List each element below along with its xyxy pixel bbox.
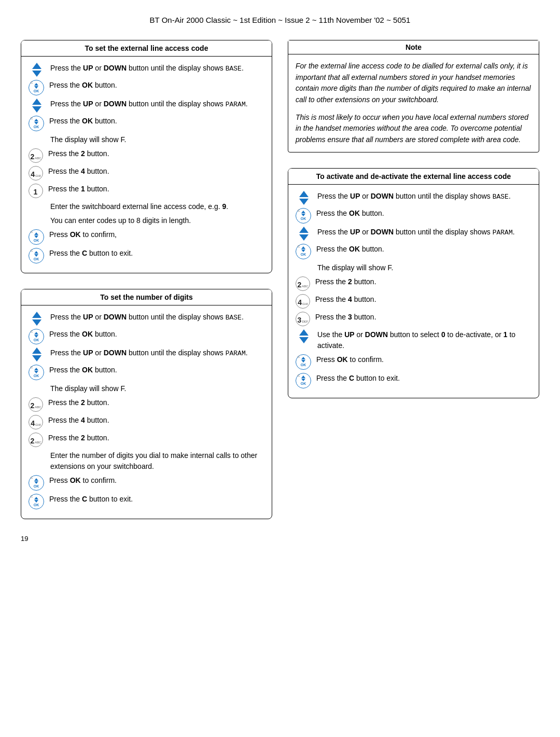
- note-paragraph: This is most likely to occur when you ha…: [296, 112, 531, 146]
- number-button-icon: 2ABC: [29, 433, 43, 447]
- number-button-icon: 4GHI: [29, 166, 43, 180]
- step-row: C OK Press the OK button.: [296, 208, 531, 224]
- number-button-icon: 3DEF: [296, 312, 310, 326]
- step-text: Press the OK button.: [49, 329, 264, 340]
- number-of-digits-box: To set the number of digits Press the UP…: [21, 289, 272, 519]
- note-box: Note For the external line access code t…: [288, 40, 539, 152]
- step-row: Use the UP or DOWN button to select 0 to…: [296, 329, 531, 351]
- step-text: Press the C button to exit.: [316, 373, 531, 384]
- page-header: BT On-Air 2000 Classic ~ 1st Edition ~ I…: [21, 10, 539, 24]
- ok-button-icon: C OK: [29, 116, 44, 131]
- updown-icon: [29, 312, 45, 326]
- step-text: Enter the switchboard external line acce…: [50, 201, 264, 212]
- step-text: Press the 2 button.: [48, 397, 264, 408]
- ok-button-icon: C OK: [296, 373, 311, 388]
- step-row: Press the UP or DOWN button until the di…: [29, 347, 264, 361]
- activate-deactivate-box: To activate and de-activate the external…: [288, 168, 539, 398]
- step-text: You can enter codes up to 8 digits in le…: [50, 215, 264, 226]
- updown-icon: [296, 329, 312, 343]
- step-row: 1Press the 1 button.: [29, 184, 264, 198]
- step-text: Press the C button to exit.: [49, 494, 264, 505]
- step-row: Press the UP or DOWN button until the di…: [29, 99, 264, 113]
- step-row: C OK Press the OK button.: [29, 329, 264, 344]
- step-text: Press the 4 button.: [48, 166, 264, 177]
- step-row: C OK Press the C button to exit.: [296, 373, 531, 388]
- step-text: Press the 2 button.: [48, 148, 264, 159]
- page-footer: 19: [21, 535, 539, 543]
- step-text: Press the OK button.: [49, 365, 264, 376]
- step-row: 2ABCPress the 2 button.: [29, 433, 264, 447]
- step-row: C OK Press the OK button.: [29, 80, 264, 95]
- step-text: Press the OK button.: [316, 208, 531, 219]
- step-row: C OK Press the C button to exit.: [29, 248, 264, 263]
- number-button-icon: 2ABC: [29, 148, 43, 163]
- step-text: Press the C button to exit.: [49, 248, 264, 259]
- step-row: 2ABCPress the 2 button.: [29, 148, 264, 163]
- step-text: Enter the number of digits you dial to m…: [50, 450, 264, 472]
- step-row: Press the UP or DOWN button until the di…: [296, 227, 531, 241]
- ok-button-icon: C OK: [29, 494, 44, 509]
- step-row: C OK Press OK to confirm.: [296, 354, 531, 370]
- step-text: Press OK to confirm.: [316, 354, 531, 365]
- step-text: Press the OK button.: [316, 244, 531, 255]
- number-button-icon: 1: [29, 184, 43, 198]
- number-button-icon: 4GHI: [29, 415, 43, 429]
- ok-button-icon: C OK: [296, 244, 311, 259]
- step-row: 3DEFPress the 3 button.: [296, 312, 531, 326]
- ok-button-icon: C OK: [29, 475, 44, 491]
- step-row: The display will show F.: [29, 383, 264, 394]
- step-row: Enter the switchboard external line acce…: [29, 201, 264, 212]
- step-row: Press the UP or DOWN button until the di…: [29, 63, 264, 77]
- step-text: Press the UP or DOWN button until the di…: [50, 347, 264, 359]
- step-text: Press the 2 button.: [315, 276, 531, 287]
- step-text: Press OK to confirm,: [49, 229, 264, 240]
- step-row: 4GHIPress the 4 button.: [29, 166, 264, 180]
- note-title: Note: [288, 40, 539, 54]
- step-text: Press the UP or DOWN button until the di…: [317, 227, 531, 238]
- note-content: For the external line access code to be …: [288, 54, 539, 152]
- step-row: C OK Press the OK button.: [29, 365, 264, 380]
- step-row: C OK Press OK to confirm.: [29, 475, 264, 491]
- step-row: C OK Press OK to confirm,: [29, 229, 264, 245]
- box1-content: Press the UP or DOWN button until the di…: [21, 57, 272, 273]
- step-row: Enter the number of digits you dial to m…: [29, 450, 264, 472]
- updown-icon: [29, 63, 45, 77]
- updown-icon: [29, 347, 45, 361]
- step-text: Press the UP or DOWN button until the di…: [50, 312, 264, 323]
- step-text: Press OK to confirm.: [49, 475, 264, 486]
- step-text: Press the 4 button.: [315, 294, 531, 305]
- step-text: Press the 2 button.: [48, 433, 264, 443]
- ok-button-icon: C OK: [296, 354, 311, 370]
- updown-icon: [296, 227, 312, 241]
- step-row: Press the UP or DOWN button until the di…: [296, 191, 531, 205]
- step-text: Press the 3 button.: [315, 312, 531, 323]
- ok-button-icon: C OK: [29, 80, 44, 95]
- step-row: Press the UP or DOWN button until the di…: [29, 312, 264, 326]
- step-row: You can enter codes up to 8 digits in le…: [29, 215, 264, 226]
- step-row: 4GHIPress the 4 button.: [29, 415, 264, 429]
- ok-button-icon: C OK: [296, 208, 311, 224]
- number-button-icon: 2ABC: [29, 397, 43, 412]
- box1-title: To set the external line access code: [21, 40, 272, 57]
- step-text: Press the UP or DOWN button until the di…: [50, 63, 264, 74]
- ok-button-icon: C OK: [29, 329, 44, 344]
- right-column: Note For the external line access code t…: [288, 40, 539, 398]
- step-row: C OK Press the C button to exit.: [29, 494, 264, 509]
- step-text: Press the OK button.: [49, 80, 264, 91]
- step-row: 2ABCPress the 2 button.: [29, 397, 264, 412]
- updown-icon: [296, 191, 312, 205]
- box3-content: Press the UP or DOWN button until the di…: [288, 185, 539, 398]
- step-text: The display will show F.: [317, 262, 531, 273]
- step-row: C OK Press the OK button.: [29, 116, 264, 131]
- ok-button-icon: C OK: [29, 365, 44, 380]
- step-text: Press the OK button.: [49, 116, 264, 127]
- box2-title: To set the number of digits: [21, 289, 272, 305]
- step-row: The display will show F.: [29, 134, 264, 145]
- external-line-access-box: To set the external line access code Pre…: [21, 40, 272, 273]
- step-text: Press the UP or DOWN button until the di…: [50, 99, 264, 110]
- step-text: Use the UP or DOWN button to select 0 to…: [317, 329, 531, 351]
- ok-button-icon: C OK: [29, 248, 44, 263]
- box2-content: Press the UP or DOWN button until the di…: [21, 305, 272, 519]
- step-row: C OK Press the OK button.: [296, 244, 531, 259]
- note-paragraph: For the external line access code to be …: [296, 61, 531, 106]
